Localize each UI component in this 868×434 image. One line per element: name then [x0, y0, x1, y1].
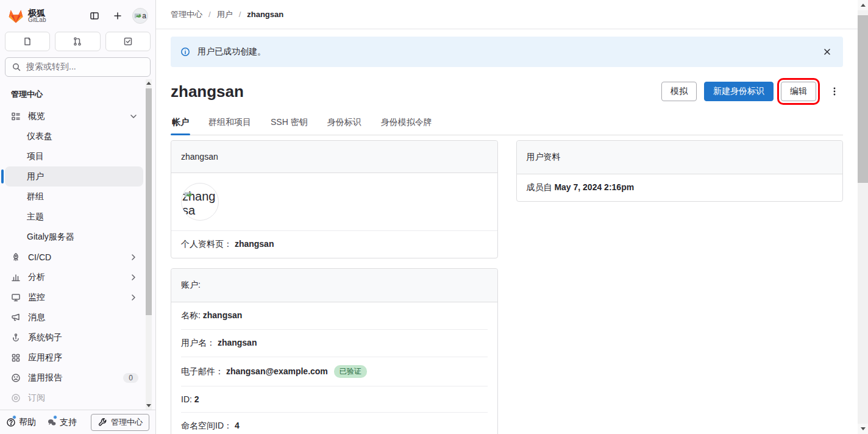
profile-page-label: 个人资料页：: [181, 239, 232, 249]
info-alert: 用户已成功创建。: [171, 37, 843, 67]
page-title: zhangsan: [171, 82, 244, 101]
sidebar-shortcuts: [0, 29, 155, 51]
sidebar-item-cicd[interactable]: CI/CD: [5, 247, 143, 267]
collapse-sidebar-button[interactable]: [86, 7, 103, 24]
brand-name: 极狐: [28, 9, 46, 17]
account-row-id: ID: 2: [181, 386, 488, 413]
email-link[interactable]: zhangsan@example.com: [226, 366, 328, 376]
sidebar-item-label: Gitaly服务器: [27, 232, 138, 243]
admin-area-label: 管理中心: [111, 417, 143, 428]
sidebar-item-label: 群组: [27, 191, 138, 202]
sidebar-section-title: 管理中心: [5, 85, 143, 106]
sidebar-item-projects[interactable]: 项目: [5, 146, 143, 166]
member-since-row: 成员自 May 7, 2024 2:16pm: [517, 174, 843, 201]
chevron-right-icon: [129, 293, 138, 302]
help-button[interactable]: 帮助: [6, 417, 36, 428]
left-column: zhangsan zhangsa 个人资料页： zhangsan: [171, 140, 498, 434]
todos-shortcut-button[interactable]: [105, 32, 151, 51]
avatar-letter: a: [142, 12, 146, 20]
page-actions: 模拟 新建身份标识 编辑: [661, 82, 843, 101]
sidebar-item-messages[interactable]: 消息: [5, 307, 143, 327]
kebab-menu-icon: [830, 87, 839, 96]
user-avatar-large[interactable]: zhangsa: [181, 183, 219, 221]
edit-button[interactable]: 编辑: [781, 82, 816, 101]
issues-shortcut-button[interactable]: [5, 32, 50, 51]
sidebar-item-applications[interactable]: 应用程序: [5, 347, 143, 368]
sidebar-item-label: 项目: [27, 151, 138, 162]
breadcrumb-admin[interactable]: 管理中心: [171, 9, 202, 20]
profile-page-row: 个人资料页： zhangsan: [171, 231, 497, 258]
sidebar-item-monitoring[interactable]: 监控: [5, 287, 143, 307]
sidebar-item-dashboard[interactable]: 仪表盘: [5, 126, 143, 146]
sidebar-item-label: 概览: [28, 111, 121, 122]
right-column: 用户资料 成员自 May 7, 2024 2:16pm: [516, 140, 844, 202]
hook-icon: [11, 333, 21, 343]
sidebar-item-label: 订阅: [28, 393, 138, 404]
scroll-down-arrow[interactable]: [146, 404, 151, 407]
info-icon: [180, 47, 190, 57]
sidebar: 极狐 GitLab a: [0, 0, 156, 434]
active-indicator: [1, 169, 4, 183]
sidebar-scrollbar[interactable]: [146, 79, 152, 410]
sidebar-item-groups[interactable]: 群组: [5, 187, 143, 207]
subscription-icon: [11, 393, 21, 403]
breadcrumb: 管理中心 / 用户 / zhangsan: [156, 0, 858, 29]
account-row-name: 名称: zhangsan: [181, 302, 488, 330]
search-placeholder: 搜索或转到...: [26, 62, 76, 73]
sidebar-item-topics[interactable]: 主题: [5, 207, 143, 227]
alert-close-button[interactable]: [821, 46, 833, 58]
breadcrumb-separator: /: [239, 10, 241, 19]
tab-impersonation-tokens[interactable]: 身份模拟令牌: [380, 112, 433, 135]
account-card-header: 账户:: [171, 269, 497, 302]
sidebar-item-abuse-reports[interactable]: 滥用报告 0: [5, 368, 143, 388]
gitlab-logo[interactable]: 极狐 GitLab: [7, 7, 46, 24]
impersonate-button[interactable]: 模拟: [661, 82, 697, 101]
tab-account[interactable]: 帐户: [171, 112, 190, 135]
sidebar-item-label: 仪表盘: [27, 131, 138, 142]
scroll-up-arrow[interactable]: [146, 82, 151, 85]
sidebar-item-users[interactable]: 用户: [5, 166, 143, 187]
alert-message: 用户已成功创建。: [197, 46, 814, 57]
sidebar-item-label: 监控: [28, 292, 121, 303]
tab-ssh-keys[interactable]: SSH 密钥: [269, 112, 309, 135]
sidebar-item-overview[interactable]: 概览: [5, 106, 143, 126]
sidebar-item-gitaly[interactable]: Gitaly服务器: [5, 227, 143, 247]
sidebar-item-label: 消息: [28, 312, 138, 323]
page-scroll-down-arrow[interactable]: [861, 427, 866, 430]
account-row-email: 电子邮件： zhangsan@example.com 已验证: [181, 357, 488, 386]
sidebar-item-label: 应用程序: [28, 352, 138, 363]
support-button[interactable]: 支持: [47, 417, 77, 428]
sidebar-item-subscription[interactable]: 订阅: [5, 388, 143, 408]
sidebar-nav: 管理中心 概览 仪表盘 项目 用户 群组 主题: [0, 80, 155, 410]
page-scrollbar[interactable]: [858, 0, 868, 434]
sidebar-item-analytics[interactable]: 分析: [5, 267, 143, 287]
tab-groups-projects[interactable]: 群组和项目: [207, 112, 252, 135]
wrench-icon: [98, 418, 107, 427]
user-avatar[interactable]: a: [132, 8, 148, 24]
profile-page-link[interactable]: zhangsan: [235, 239, 274, 249]
sidebar-item-system-hooks[interactable]: 系统钩子: [5, 327, 143, 347]
tab-identities[interactable]: 身份标识: [326, 112, 363, 135]
applications-icon: [11, 353, 21, 363]
merge-requests-shortcut-button[interactable]: [55, 32, 100, 51]
merge-request-icon: [73, 37, 82, 46]
plus-icon: [113, 11, 123, 21]
sidebar-item-label: 用户: [27, 171, 138, 182]
page-scroll-up-arrow[interactable]: [861, 4, 866, 7]
sidebar-scrollbar-thumb[interactable]: [146, 88, 152, 315]
abuse-report-icon: [11, 373, 21, 383]
more-actions-button[interactable]: [826, 84, 843, 99]
breadcrumb-current: zhangsan: [247, 10, 283, 19]
create-new-button[interactable]: [109, 7, 126, 24]
breadcrumb-users[interactable]: 用户: [217, 9, 233, 20]
sidebar-item-label: CI/CD: [28, 252, 121, 262]
admin-area-button[interactable]: 管理中心: [91, 414, 149, 431]
close-icon: [822, 47, 832, 57]
app-window: 极狐 GitLab a: [0, 0, 868, 434]
search-input[interactable]: 搜索或转到...: [5, 57, 151, 77]
sidebar-footer: 帮助 支持 管理中心: [0, 410, 155, 434]
member-since-label: 成员自: [527, 182, 552, 192]
page-scrollbar-thumb[interactable]: [858, 15, 868, 183]
member-since-value: May 7, 2024 2:16pm: [554, 182, 634, 192]
new-identity-button[interactable]: 新建身份标识: [704, 82, 774, 101]
